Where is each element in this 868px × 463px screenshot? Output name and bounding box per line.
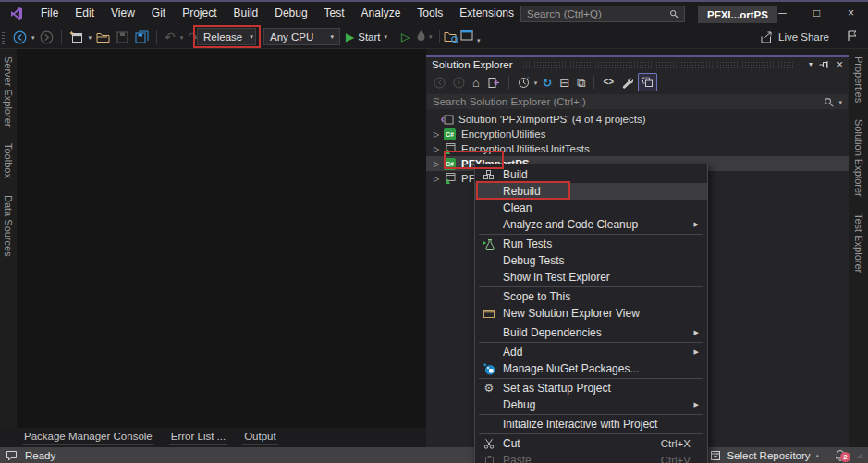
configuration-dropdown[interactable]: Release ▾ — [197, 28, 256, 45]
feedback-flag-icon — [846, 30, 859, 42]
menu-item-debug[interactable]: Debug ▶ — [475, 396, 707, 413]
menu-item-analyze-and-code-cleanup[interactable]: Analyze and Code Cleanup ▶ — [475, 216, 707, 233]
find-in-files-button[interactable] — [444, 28, 458, 45]
expander-icon[interactable]: ▷ — [432, 160, 441, 168]
se-back-button[interactable] — [431, 73, 448, 91]
tree-row-encryptionutilities[interactable]: ▷ C# EncryptionUtilities — [426, 127, 849, 141]
menu-item-set-as-startup-project[interactable]: ⚙ Set as Startup Project — [475, 380, 707, 396]
menu-item-build-dependencies[interactable]: Build Dependencies ▶ — [475, 324, 707, 341]
menu-item-clean[interactable]: Clean — [475, 200, 707, 216]
undo-button[interactable]: ↶ — [163, 27, 177, 47]
close-button[interactable]: × — [834, 2, 868, 25]
expander-icon[interactable]: ▷ — [432, 175, 441, 183]
panel-close-button[interactable]: × — [837, 58, 843, 71]
open-folder-button[interactable] — [94, 27, 112, 47]
tab-data-sources[interactable]: Data Sources — [3, 193, 14, 259]
tab-package-manager-console[interactable]: Package Manager Console — [22, 428, 154, 445]
se-properties-window-button[interactable]: ⧉ — [574, 73, 588, 91]
editor-window-button[interactable] — [460, 30, 473, 43]
menu-analyze[interactable]: Analyze — [353, 2, 410, 25]
send-feedback-button[interactable] — [846, 30, 859, 44]
menu-item-debug-tests[interactable]: Debug Tests — [475, 252, 707, 269]
save-button[interactable] — [115, 27, 130, 47]
submenu-arrow-icon: ▶ — [694, 329, 707, 336]
undo-caret[interactable]: ▾ — [180, 34, 184, 41]
menu-project[interactable]: Project — [174, 2, 225, 25]
quick-search-input[interactable] — [527, 8, 669, 19]
save-all-button[interactable] — [133, 27, 151, 47]
se-forward-button[interactable] — [450, 73, 468, 91]
menu-debug[interactable]: Debug — [266, 2, 315, 25]
menu-item-manage-nuget-packages[interactable]: Manage NuGet Packages... — [475, 360, 707, 377]
menu-item-new-solution-explorer-view[interactable]: New Solution Explorer View — [475, 305, 707, 322]
expander-icon[interactable]: ▷ — [432, 145, 441, 153]
expander-icon[interactable]: ▷ — [432, 130, 441, 139]
menu-test[interactable]: Test — [316, 2, 353, 25]
tab-output[interactable]: Output — [242, 428, 278, 445]
new-project-caret[interactable]: ▾ — [89, 34, 92, 41]
quick-search-box[interactable] — [520, 6, 685, 22]
open-folder-icon — [96, 31, 110, 43]
solution-explorer-search-input[interactable] — [433, 96, 824, 107]
se-pending-changes-filter-button[interactable] — [515, 73, 532, 91]
navigate-back-caret[interactable]: ▾ — [31, 34, 35, 41]
menu-item-paste: Paste Ctrl+V — [475, 452, 707, 463]
resize-grip-icon[interactable]: ◢ — [856, 451, 862, 459]
se-sync-with-active-document-button[interactable] — [484, 73, 503, 91]
se-show-all-files-button[interactable] — [638, 73, 657, 91]
panel-pin-button[interactable] — [819, 60, 830, 69]
select-repository-button[interactable]: Select Repository ▴ — [710, 450, 819, 461]
menu-view[interactable]: View — [103, 2, 143, 25]
toolbar-drag-handle[interactable] — [2, 30, 5, 44]
menu-item-build[interactable]: Build — [475, 166, 707, 183]
tree-row-encryptionutilitiesunittests[interactable]: ▷ EncryptionUtilitiesUnitTests — [426, 141, 849, 156]
menu-item-run-tests[interactable]: Run Tests — [475, 236, 707, 252]
se-properties-button[interactable] — [618, 73, 636, 91]
menu-edit[interactable]: Edit — [67, 2, 103, 25]
start-caret[interactable]: ▾ — [385, 33, 388, 40]
navigate-forward-button[interactable] — [38, 27, 55, 47]
navigate-back-button[interactable] — [11, 27, 29, 47]
se-refresh-button[interactable]: ↻ — [539, 73, 555, 91]
menu-git[interactable]: Git — [143, 2, 174, 25]
menu-file[interactable]: File — [32, 2, 67, 25]
panel-options-caret[interactable]: ▾ — [809, 61, 813, 68]
menu-extensions[interactable]: Extensions — [451, 2, 522, 25]
se-search-options-caret[interactable]: ▾ — [838, 99, 842, 105]
se-view-code-button[interactable]: <> — [600, 73, 617, 91]
tab-test-explorer[interactable]: Test Explorer — [853, 212, 864, 274]
menu-build[interactable]: Build — [226, 2, 267, 25]
tab-solution-explorer[interactable]: Solution Explorer — [853, 117, 864, 199]
start-debugging-button[interactable]: ▶ Start ▾ — [346, 28, 387, 45]
menu-separator — [479, 286, 703, 287]
menu-item-scope-to-this[interactable]: Scope to This — [475, 288, 707, 305]
new-project-button[interactable] — [67, 27, 86, 47]
se-home-button[interactable]: ⌂ — [470, 73, 483, 91]
toolbar-options-caret[interactable]: ▾ — [477, 37, 481, 43]
menu-item-add[interactable]: Add ▶ — [475, 344, 707, 360]
tree-row-solution[interactable]: Solution 'PFXImportPS' (4 of 4 projects) — [426, 112, 849, 127]
menu-item-cut[interactable]: Cut Ctrl+X — [475, 435, 707, 452]
tab-error-list[interactable]: Error List ... — [169, 428, 227, 445]
hot-reload-button[interactable] — [416, 30, 426, 44]
nuget-icon — [475, 362, 503, 375]
menu-tools[interactable]: Tools — [409, 2, 451, 25]
menu-item-initialize-interactive-with-project[interactable]: Initialize Interactive with Project — [475, 416, 707, 433]
visual-studio-window: File Edit View Git Project Build Debug T… — [0, 0, 868, 463]
se-filter-caret[interactable]: ▾ — [534, 79, 538, 86]
minimize-button[interactable]: ─ — [765, 2, 800, 25]
se-collapse-all-button[interactable]: ⊟ — [556, 73, 572, 91]
notifications-button[interactable]: 2 — [834, 449, 847, 462]
tab-toolbox[interactable]: Toolbox — [3, 141, 14, 180]
tab-properties[interactable]: Properties — [853, 55, 864, 104]
maximize-button[interactable]: □ — [800, 2, 834, 25]
platform-dropdown[interactable]: Any CPU ▾ — [263, 28, 340, 45]
solution-explorer-search-box[interactable]: ▾ — [427, 94, 848, 109]
menu-item-show-in-test-explorer[interactable]: Show in Test Explorer — [475, 269, 707, 286]
hot-reload-caret[interactable]: ▾ — [429, 33, 433, 40]
live-share-button[interactable]: Live Share — [760, 31, 829, 43]
start-without-debugging-button[interactable]: ▷ — [401, 28, 410, 45]
bottom-panel-tab-bar: Package Manager Console Error List ... O… — [0, 428, 426, 447]
menu-item-rebuild[interactable]: Rebuild — [475, 183, 707, 200]
tab-server-explorer[interactable]: Server Explorer — [3, 55, 14, 128]
